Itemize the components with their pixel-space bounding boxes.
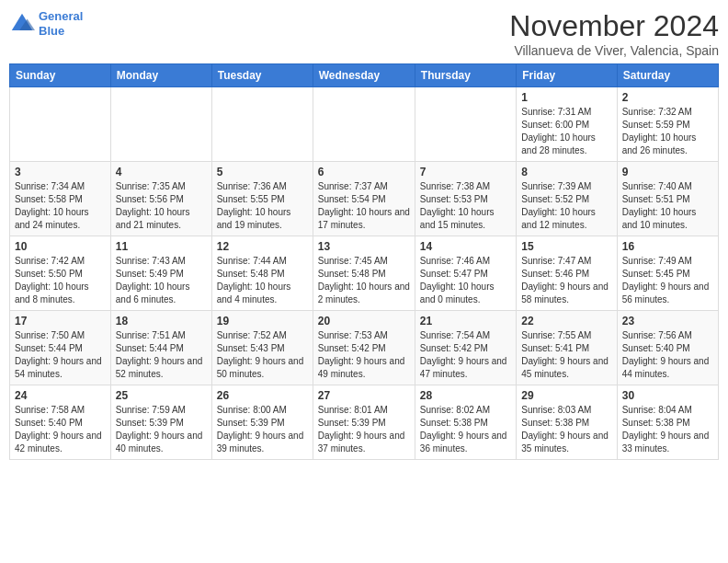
day-of-week-header: Monday: [110, 64, 211, 87]
day-info: Sunrise: 7:49 AM Sunset: 5:45 PM Dayligh…: [622, 255, 713, 306]
calendar-day-cell: 3Sunrise: 7:34 AM Sunset: 5:58 PM Daylig…: [10, 162, 111, 236]
calendar-day-cell: [10, 87, 111, 162]
calendar-day-cell: 27Sunrise: 8:01 AM Sunset: 5:39 PM Dayli…: [313, 385, 415, 460]
calendar-day-cell: 26Sunrise: 8:00 AM Sunset: 5:39 PM Dayli…: [211, 385, 313, 460]
calendar-day-cell: 22Sunrise: 7:55 AM Sunset: 5:41 PM Dayli…: [517, 311, 617, 385]
day-info: Sunrise: 7:35 AM Sunset: 5:56 PM Dayligh…: [116, 180, 207, 232]
day-info: Sunrise: 7:39 AM Sunset: 5:52 PM Dayligh…: [521, 180, 611, 232]
day-info: Sunrise: 7:47 AM Sunset: 5:46 PM Dayligh…: [521, 255, 611, 306]
day-info: Sunrise: 8:03 AM Sunset: 5:38 PM Dayligh…: [521, 404, 611, 455]
logo: General Blue: [9, 9, 83, 38]
calendar-day-cell: 20Sunrise: 7:53 AM Sunset: 5:42 PM Dayli…: [313, 311, 415, 385]
day-number: 7: [420, 166, 511, 178]
day-number: 22: [521, 315, 611, 327]
day-of-week-header: Tuesday: [211, 64, 313, 87]
day-number: 15: [521, 240, 611, 253]
day-info: Sunrise: 7:32 AM Sunset: 5:59 PM Dayligh…: [622, 106, 713, 157]
day-info: Sunrise: 7:43 AM Sunset: 5:49 PM Dayligh…: [116, 255, 207, 306]
calendar-day-cell: 25Sunrise: 7:59 AM Sunset: 5:39 PM Dayli…: [110, 385, 211, 460]
calendar-day-cell: 9Sunrise: 7:40 AM Sunset: 5:51 PM Daylig…: [617, 162, 718, 236]
day-number: 29: [521, 389, 611, 402]
day-number: 10: [15, 240, 106, 253]
logo-icon: [9, 11, 35, 37]
day-of-week-header: Thursday: [415, 64, 516, 87]
day-number: 13: [318, 240, 410, 253]
day-number: 27: [318, 389, 410, 402]
day-info: Sunrise: 7:40 AM Sunset: 5:51 PM Dayligh…: [622, 180, 713, 232]
day-info: Sunrise: 7:53 AM Sunset: 5:42 PM Dayligh…: [318, 329, 410, 381]
calendar-week-row: 24Sunrise: 7:58 AM Sunset: 5:40 PM Dayli…: [10, 385, 719, 460]
calendar-day-cell: [211, 87, 313, 162]
page-header: General Blue November 2024 Villanueva de…: [9, 9, 719, 58]
day-number: 19: [217, 315, 308, 327]
day-info: Sunrise: 7:45 AM Sunset: 5:48 PM Dayligh…: [318, 255, 410, 306]
calendar-day-cell: 1Sunrise: 7:31 AM Sunset: 6:00 PM Daylig…: [517, 87, 617, 162]
day-info: Sunrise: 8:04 AM Sunset: 5:38 PM Dayligh…: [622, 404, 713, 455]
day-info: Sunrise: 7:52 AM Sunset: 5:43 PM Dayligh…: [217, 329, 308, 381]
calendar-table: SundayMondayTuesdayWednesdayThursdayFrid…: [9, 63, 719, 460]
day-info: Sunrise: 7:59 AM Sunset: 5:39 PM Dayligh…: [116, 404, 207, 455]
calendar-week-row: 10Sunrise: 7:42 AM Sunset: 5:50 PM Dayli…: [10, 236, 719, 311]
calendar-day-cell: 30Sunrise: 8:04 AM Sunset: 5:38 PM Dayli…: [617, 385, 718, 460]
calendar-day-cell: [415, 87, 516, 162]
day-info: Sunrise: 7:54 AM Sunset: 5:42 PM Dayligh…: [420, 329, 511, 381]
day-info: Sunrise: 7:31 AM Sunset: 6:00 PM Dayligh…: [521, 106, 611, 157]
calendar-day-cell: 19Sunrise: 7:52 AM Sunset: 5:43 PM Dayli…: [211, 311, 313, 385]
calendar-day-cell: 10Sunrise: 7:42 AM Sunset: 5:50 PM Dayli…: [10, 236, 111, 311]
day-info: Sunrise: 7:51 AM Sunset: 5:44 PM Dayligh…: [116, 329, 207, 381]
calendar-day-cell: 29Sunrise: 8:03 AM Sunset: 5:38 PM Dayli…: [517, 385, 617, 460]
day-number: 28: [420, 389, 511, 402]
calendar-day-cell: 23Sunrise: 7:56 AM Sunset: 5:40 PM Dayli…: [617, 311, 718, 385]
calendar-day-cell: 24Sunrise: 7:58 AM Sunset: 5:40 PM Dayli…: [10, 385, 111, 460]
calendar-day-cell: 28Sunrise: 8:02 AM Sunset: 5:38 PM Dayli…: [415, 385, 516, 460]
calendar-day-cell: 12Sunrise: 7:44 AM Sunset: 5:48 PM Dayli…: [211, 236, 313, 311]
calendar-day-cell: 15Sunrise: 7:47 AM Sunset: 5:46 PM Dayli…: [517, 236, 617, 311]
calendar-day-cell: 11Sunrise: 7:43 AM Sunset: 5:49 PM Dayli…: [110, 236, 211, 311]
calendar-day-cell: 21Sunrise: 7:54 AM Sunset: 5:42 PM Dayli…: [415, 311, 516, 385]
day-number: 26: [217, 389, 308, 402]
day-info: Sunrise: 7:34 AM Sunset: 5:58 PM Dayligh…: [15, 180, 106, 232]
calendar-day-cell: 17Sunrise: 7:50 AM Sunset: 5:44 PM Dayli…: [10, 311, 111, 385]
calendar-day-cell: 7Sunrise: 7:38 AM Sunset: 5:53 PM Daylig…: [415, 162, 516, 236]
calendar-day-cell: 13Sunrise: 7:45 AM Sunset: 5:48 PM Dayli…: [313, 236, 415, 311]
day-info: Sunrise: 7:46 AM Sunset: 5:47 PM Dayligh…: [420, 255, 511, 306]
day-info: Sunrise: 7:42 AM Sunset: 5:50 PM Dayligh…: [15, 255, 106, 306]
day-number: 25: [116, 389, 207, 402]
day-number: 18: [116, 315, 207, 327]
day-number: 14: [420, 240, 511, 253]
day-info: Sunrise: 8:00 AM Sunset: 5:39 PM Dayligh…: [217, 404, 308, 455]
day-number: 16: [622, 240, 713, 253]
calendar-week-row: 3Sunrise: 7:34 AM Sunset: 5:58 PM Daylig…: [10, 162, 719, 236]
day-of-week-header: Sunday: [10, 64, 111, 87]
day-info: Sunrise: 7:36 AM Sunset: 5:55 PM Dayligh…: [217, 180, 308, 232]
day-number: 30: [622, 389, 713, 402]
calendar-day-cell: 2Sunrise: 7:32 AM Sunset: 5:59 PM Daylig…: [617, 87, 718, 162]
day-number: 1: [521, 91, 611, 104]
calendar-day-cell: 4Sunrise: 7:35 AM Sunset: 5:56 PM Daylig…: [110, 162, 211, 236]
calendar-week-row: 1Sunrise: 7:31 AM Sunset: 6:00 PM Daylig…: [10, 87, 719, 162]
day-number: 24: [15, 389, 106, 402]
calendar-day-cell: 14Sunrise: 7:46 AM Sunset: 5:47 PM Dayli…: [415, 236, 516, 311]
month-title: November 2024: [509, 9, 719, 43]
logo-text: General Blue: [39, 9, 83, 38]
day-number: 23: [622, 315, 713, 327]
calendar-week-row: 17Sunrise: 7:50 AM Sunset: 5:44 PM Dayli…: [10, 311, 719, 385]
calendar-day-cell: 8Sunrise: 7:39 AM Sunset: 5:52 PM Daylig…: [517, 162, 617, 236]
day-of-week-header: Saturday: [617, 64, 718, 87]
title-block: November 2024 Villanueva de Viver, Valen…: [509, 9, 719, 58]
day-info: Sunrise: 7:50 AM Sunset: 5:44 PM Dayligh…: [15, 329, 106, 381]
calendar-header-row: SundayMondayTuesdayWednesdayThursdayFrid…: [10, 64, 719, 87]
day-number: 21: [420, 315, 511, 327]
day-info: Sunrise: 7:38 AM Sunset: 5:53 PM Dayligh…: [420, 180, 511, 232]
day-number: 20: [318, 315, 410, 327]
calendar-day-cell: 18Sunrise: 7:51 AM Sunset: 5:44 PM Dayli…: [110, 311, 211, 385]
day-number: 3: [15, 166, 106, 178]
day-of-week-header: Wednesday: [313, 64, 415, 87]
day-number: 8: [521, 166, 611, 178]
location: Villanueva de Viver, Valencia, Spain: [509, 43, 719, 58]
calendar-day-cell: [313, 87, 415, 162]
day-number: 2: [622, 91, 713, 104]
day-number: 12: [217, 240, 308, 253]
calendar-day-cell: 5Sunrise: 7:36 AM Sunset: 5:55 PM Daylig…: [211, 162, 313, 236]
day-info: Sunrise: 7:55 AM Sunset: 5:41 PM Dayligh…: [521, 329, 611, 381]
